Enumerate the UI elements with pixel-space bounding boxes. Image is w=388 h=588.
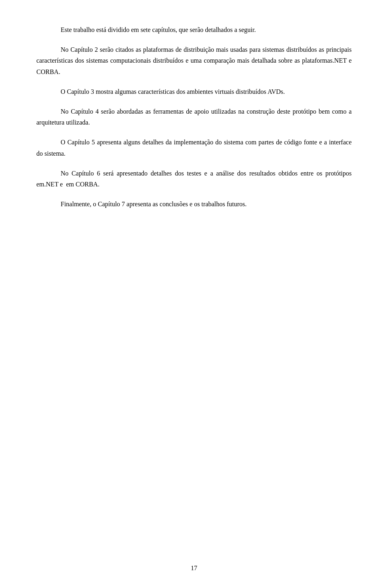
net-ref: .NET e CORBA. <box>36 57 352 75</box>
paragraph-6: No Capítulo 6 será apresentado detalhes … <box>36 168 352 190</box>
net-ref-2: .NET e em CORBA. <box>44 181 100 188</box>
paragraph-1: Este trabalho está dividido em sete capí… <box>36 24 352 35</box>
paragraph-7: Finalmente, o Capítulo 7 apresenta as co… <box>36 199 352 209</box>
page: Este trabalho está dividido em sete capí… <box>0 0 388 588</box>
paragraph-5: O Capítulo 5 apresenta alguns detalhes d… <box>36 137 352 159</box>
paragraph-4: No Capítulo 4 serão abordadas as ferrame… <box>36 106 352 128</box>
paragraph-3: O Capítulo 3 mostra algumas característi… <box>36 86 352 97</box>
page-number: 17 <box>191 565 197 572</box>
paragraph-2: No Capítulo 2 serão citados as plataform… <box>36 44 352 77</box>
